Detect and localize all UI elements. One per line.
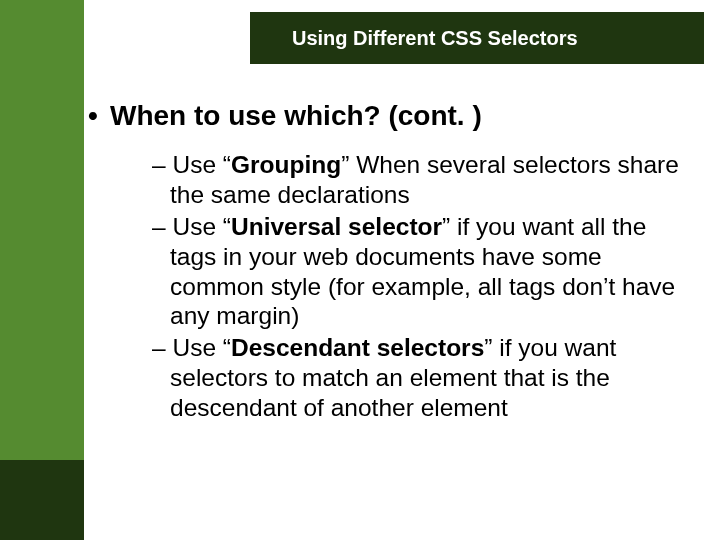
bullet-text-bold: Descendant selectors [231, 334, 484, 361]
bullet-list: – Use “Grouping” When several selectors … [96, 150, 696, 423]
content-heading: When to use which? (cont. ) [96, 100, 696, 132]
slide-title: Using Different CSS Selectors [292, 27, 578, 50]
bullet-text-bold: Grouping [231, 151, 341, 178]
bullet-dash: – [152, 334, 172, 361]
bullet-text-bold: Universal selector [231, 213, 442, 240]
bullet-text-pre: Use “ [172, 151, 231, 178]
slide: Using Different CSS Selectors When to us… [0, 0, 720, 540]
bullet-dash: – [152, 151, 172, 178]
list-item: – Use “Descendant selectors” if you want… [152, 333, 696, 423]
bullet-text-pre: Use “ [172, 213, 231, 240]
sidebar-accent-bottom [0, 460, 84, 540]
list-item: – Use “Grouping” When several selectors … [152, 150, 696, 210]
sidebar-accent-top [0, 0, 84, 460]
slide-title-bar: Using Different CSS Selectors [250, 12, 704, 64]
bullet-dash: – [152, 213, 172, 240]
list-item: – Use “Universal selector” if you want a… [152, 212, 696, 332]
slide-content: When to use which? (cont. ) – Use “Group… [96, 100, 696, 425]
bullet-text-pre: Use “ [172, 334, 231, 361]
